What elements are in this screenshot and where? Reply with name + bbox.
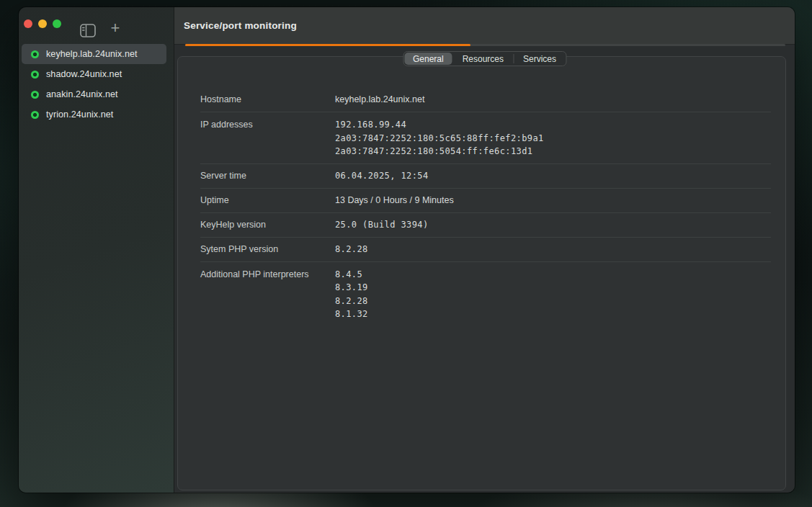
titlebar: Service/port monitoring <box>174 7 795 45</box>
row-label: KeyHelp version <box>200 218 335 232</box>
ip-line: 2a03:7847:2252:180:5c65:88ff:fef2:b9a1 <box>335 132 544 145</box>
detail-rows: Hostname keyhelp.lab.24unix.net IP addre… <box>200 88 771 326</box>
status-online-icon <box>31 111 39 119</box>
sidebar: + keyhelp.lab.24unix.net shadow.24unix.n… <box>19 7 174 493</box>
server-label: keyhelp.lab.24unix.net <box>46 49 138 59</box>
row-value: keyhelp.lab.24unix.net <box>335 93 424 107</box>
row-label: Hostname <box>200 93 335 107</box>
tab-resources[interactable]: Resources <box>453 52 513 66</box>
app-window: + keyhelp.lab.24unix.net shadow.24unix.n… <box>19 7 795 493</box>
general-tab-panel: Hostname keyhelp.lab.24unix.net IP addre… <box>177 56 786 490</box>
ip-line: 192.168.99.44 <box>335 118 544 132</box>
tab-general[interactable]: General <box>404 53 452 65</box>
server-list: keyhelp.lab.24unix.net shadow.24unix.net… <box>22 44 166 125</box>
tab-services[interactable]: Services <box>514 52 566 66</box>
traffic-lights <box>24 19 61 28</box>
sidebar-item-keyhelp[interactable]: keyhelp.lab.24unix.net <box>22 44 166 64</box>
status-online-icon <box>31 71 39 78</box>
row-label: Additional PHP interpreters <box>200 268 335 321</box>
sidebar-item-shadow[interactable]: shadow.24unix.net <box>22 64 166 84</box>
row-label: IP addresses <box>200 118 335 158</box>
close-button[interactable] <box>24 19 32 28</box>
progress-bar <box>185 44 785 46</box>
row-label: Uptime <box>200 194 335 207</box>
progress-bar-fill <box>185 44 470 46</box>
main-pane: Service/port monitoring General Resource… <box>174 7 795 493</box>
php-version-line: 8.1.32 <box>335 308 368 321</box>
row-keyhelp-version: KeyHelp version 25.0 (Build 3394) <box>200 213 771 238</box>
status-online-icon <box>31 91 39 99</box>
sidebar-item-tyrion[interactable]: tyrion.24unix.net <box>22 104 166 125</box>
row-value: 25.0 (Build 3394) <box>335 218 429 232</box>
desktop-wallpaper: + keyhelp.lab.24unix.net shadow.24unix.n… <box>0 0 812 507</box>
server-label: anakin.24unix.net <box>46 89 118 99</box>
sidebar-toggle-icon[interactable] <box>80 24 96 37</box>
sidebar-item-anakin[interactable]: anakin.24unix.net <box>22 84 166 104</box>
zoom-button[interactable] <box>53 19 61 28</box>
row-ip-addresses: IP addresses 192.168.99.44 2a03:7847:225… <box>200 112 771 164</box>
row-label: Server time <box>200 169 335 183</box>
row-value: 192.168.99.44 2a03:7847:2252:180:5c65:88… <box>335 118 544 158</box>
row-value: 8.2.28 <box>335 243 368 256</box>
row-hostname: Hostname keyhelp.lab.24unix.net <box>200 88 771 112</box>
row-label: Sytem PHP version <box>200 243 335 256</box>
row-server-time: Server time 06.04.2025, 12:54 <box>200 164 771 189</box>
row-system-php-version: Sytem PHP version 8.2.28 <box>200 238 771 262</box>
tab-segmented-control: General Resources Services <box>403 51 566 66</box>
page-title: Service/port monitoring <box>184 20 297 31</box>
row-value: 13 Days / 0 Hours / 9 Minutes <box>335 194 454 207</box>
row-value: 8.4.5 8.3.19 8.2.28 8.1.32 <box>335 268 368 321</box>
row-value: 06.04.2025, 12:54 <box>335 169 429 183</box>
server-label: tyrion.24unix.net <box>46 109 113 120</box>
ip-line: 2a03:7847:2252:180:5054:ff:fe6c:13d1 <box>335 145 544 158</box>
php-version-line: 8.3.19 <box>335 281 368 295</box>
php-version-line: 8.4.5 <box>335 268 368 282</box>
minimize-button[interactable] <box>38 19 47 28</box>
row-uptime: Uptime 13 Days / 0 Hours / 9 Minutes <box>200 189 771 213</box>
row-additional-php: Additional PHP interpreters 8.4.5 8.3.19… <box>200 262 771 326</box>
php-version-line: 8.2.28 <box>335 295 368 308</box>
server-label: shadow.24unix.net <box>46 69 122 79</box>
plus-icon[interactable]: + <box>107 19 123 37</box>
status-online-icon <box>31 50 39 58</box>
